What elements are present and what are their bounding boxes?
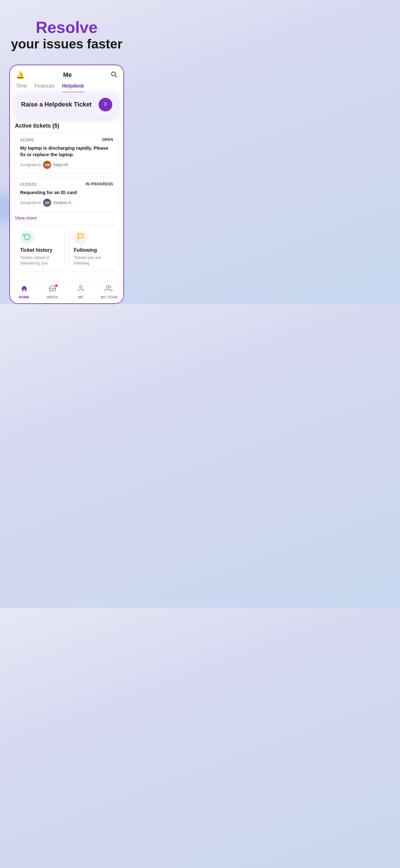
avatar-satya: SM bbox=[43, 161, 51, 169]
phone-topbar: 🔔 Me bbox=[10, 65, 124, 80]
bottom-cards-row: Ticket history Tickets raised or followe… bbox=[15, 225, 119, 271]
svg-point-3 bbox=[80, 286, 82, 288]
tabs-row: Time Finances Helpdesk bbox=[10, 80, 124, 93]
ticket-assignee-2: Assigned to SK Sanjeev K. bbox=[20, 199, 113, 207]
svg-line-1 bbox=[115, 75, 116, 77]
ticket-status-1: OPEN bbox=[102, 137, 113, 142]
following-desc: Tickets you are following bbox=[74, 255, 113, 266]
me-icon bbox=[77, 285, 85, 294]
hero-section: Resolve your issues faster bbox=[11, 19, 123, 52]
assigned-label-1: Assigned to bbox=[20, 162, 41, 167]
view-more-link[interactable]: View more bbox=[15, 215, 119, 220]
ticket-card-2-header: #123523 IN PROGRESS bbox=[20, 182, 113, 187]
hero-resolve-text: Resolve bbox=[11, 19, 123, 36]
nav-my-team[interactable]: MY TEAM bbox=[95, 285, 124, 299]
hero-subtitle-text: your issues faster bbox=[11, 36, 123, 52]
svg-point-4 bbox=[106, 286, 109, 288]
ticket-status-2: IN PROGRESS bbox=[86, 182, 113, 186]
ticket-card-1[interactable]: #12345 OPEN My laptop is discharging rap… bbox=[15, 133, 119, 174]
ticket-title-1: My laptop is discharging rapidly. Please… bbox=[20, 145, 113, 158]
ticket-assignee-1: Assigned to SM Satya M. bbox=[20, 161, 113, 169]
arrow-right-icon bbox=[102, 101, 108, 108]
bottom-nav: HOME INBOX ME bbox=[10, 281, 124, 303]
home-icon bbox=[21, 285, 28, 294]
raise-ticket-banner-wrapper: Raise a Helpdesk Ticket bbox=[10, 92, 124, 117]
tab-finances[interactable]: Finances bbox=[34, 83, 55, 93]
history-icon bbox=[23, 233, 31, 242]
nav-me-label: ME bbox=[78, 295, 84, 299]
ticket-history-title: Ticket history bbox=[20, 247, 60, 253]
nav-my-team-label: MY TEAM bbox=[101, 295, 118, 299]
flag-icon bbox=[77, 233, 84, 242]
nav-inbox[interactable]: INBOX bbox=[38, 285, 67, 299]
inbox-notification-badge bbox=[55, 284, 58, 287]
nav-inbox-label: INBOX bbox=[47, 295, 58, 299]
avatar-sanjeev: SK bbox=[43, 199, 51, 207]
nav-home-label: HOME bbox=[19, 295, 29, 299]
ticket-card-1-header: #12345 OPEN bbox=[20, 137, 113, 142]
raise-ticket-banner[interactable]: Raise a Helpdesk Ticket bbox=[15, 92, 119, 117]
assigned-label-2: Assigned to bbox=[20, 200, 41, 205]
ticket-history-icon-wrap bbox=[20, 231, 34, 244]
search-icon[interactable] bbox=[110, 71, 117, 80]
topbar-title: Me bbox=[63, 71, 72, 79]
ticket-history-desc: Tickets raised or followed by you bbox=[20, 255, 60, 266]
ticket-title-2: Requesting for an ID card bbox=[20, 189, 113, 195]
tab-helpdesk[interactable]: Helpdesk bbox=[62, 83, 84, 93]
following-title: Following bbox=[74, 247, 113, 253]
raise-ticket-text: Raise a Helpdesk Ticket bbox=[21, 101, 92, 108]
ticket-number-1: #12345 bbox=[20, 137, 33, 142]
my-team-icon bbox=[105, 285, 113, 294]
assignee-name-1: Satya M. bbox=[53, 162, 69, 167]
following-icon-wrap bbox=[74, 231, 88, 244]
phone-card: 🔔 Me Time Finances Helpdesk Raise a Help… bbox=[9, 65, 124, 304]
raise-ticket-button[interactable] bbox=[99, 98, 112, 112]
active-tickets-title: Active tickets (5) bbox=[15, 117, 119, 133]
ticket-history-card[interactable]: Ticket history Tickets raised or followe… bbox=[15, 225, 65, 271]
nav-me[interactable]: ME bbox=[67, 285, 95, 299]
assignee-name-2: Sanjeev K. bbox=[53, 200, 72, 205]
nav-home[interactable]: HOME bbox=[10, 285, 38, 299]
following-card[interactable]: Following Tickets you are following bbox=[69, 225, 119, 271]
bell-icon[interactable]: 🔔 bbox=[16, 71, 25, 79]
ticket-card-2[interactable]: #123523 IN PROGRESS Requesting for an ID… bbox=[15, 177, 119, 211]
content-area: Active tickets (5) #12345 OPEN My laptop… bbox=[10, 117, 124, 281]
ticket-number-2: #123523 bbox=[20, 182, 36, 187]
tab-time[interactable]: Time bbox=[16, 83, 27, 93]
